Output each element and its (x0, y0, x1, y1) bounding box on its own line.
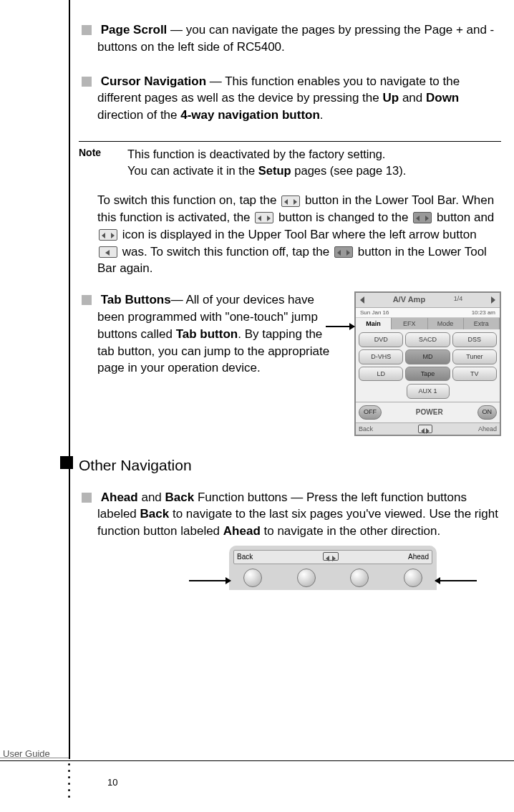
sp-d: button and (437, 211, 494, 224)
round-button-icon (350, 569, 369, 587)
note-block: Note This function is deactivated by the… (79, 141, 501, 179)
device-btn: LD (359, 367, 403, 382)
section-cursor-nav: Cursor Navigation — This function enable… (79, 73, 501, 124)
horizontal-rule (0, 760, 514, 761)
other-nav-heading: Other Navigation (79, 455, 501, 475)
bullet-icon (82, 295, 92, 305)
arrow-pointer-icon (326, 326, 354, 327)
device-time: 10:23 am (472, 309, 495, 316)
device-page: 1/4 (454, 294, 463, 305)
sp-c: button is changed to the (278, 211, 412, 224)
nav-lr-dark-icon (413, 212, 432, 223)
tab-buttons-text: Tab Buttons— All of your devices have be… (79, 291, 341, 377)
device-title: A/V Amp (393, 294, 425, 305)
device-back-label: Back (359, 425, 373, 434)
nav-lr-icon (255, 212, 273, 223)
device-tabs: Main EFX Mode Extra (356, 318, 500, 330)
ahead-label: Ahead (101, 490, 138, 504)
period: . (320, 108, 324, 122)
nav-lr-dark-icon (334, 246, 353, 258)
round-button-icon (243, 569, 262, 587)
note-line1: This function is deactivated by the fact… (127, 148, 385, 160)
device-btn: Tape (405, 367, 450, 382)
page-number: 10 (107, 776, 117, 789)
round-button-icon (404, 569, 422, 587)
switch-paragraph: To switch this function on, tap the butt… (97, 192, 501, 277)
ab-body-c: to navigate in the other direction. (261, 524, 440, 538)
down-label: Down (426, 91, 459, 105)
nav-lr-icon (418, 425, 432, 433)
device-button-grid: DVD SACD DSS D-VHS MD Tuner LD Tape TV (356, 329, 500, 384)
and2: and (138, 490, 165, 504)
vertical-rule (69, 0, 70, 759)
bullet-icon (82, 77, 92, 87)
ahead-label-2: Ahead (223, 524, 261, 538)
short-rule (0, 758, 69, 758)
device-btn: TV (452, 367, 497, 382)
dotted-line (68, 763, 70, 798)
device-btn: DSS (452, 332, 497, 347)
device-date: Sun Jan 16 (360, 309, 389, 316)
round-button-icon (297, 569, 316, 587)
device-aux-btn: AUX 1 (407, 384, 450, 399)
device-btn: SACD (405, 332, 450, 347)
note-line2a: You can activate it in the (127, 164, 258, 177)
sp-f: was. To switch this function off, tap th… (122, 245, 333, 258)
and: and (399, 91, 426, 105)
nav-lr-icon (323, 552, 339, 561)
bottom-device-image: Back Ahead (229, 546, 437, 590)
tab-buttons-title: Tab Buttons (101, 293, 171, 306)
black-bullet-icon (60, 456, 73, 469)
section-page-scroll: Page Scroll — you can navigate the pages… (79, 21, 501, 56)
user-guide-label: User Guide (0, 748, 69, 760)
section-tab-buttons: Tab Buttons— All of your devices have be… (79, 291, 501, 436)
sp-e: icon is displayed in the Upper Tool Bar … (122, 228, 477, 241)
device-tab-main: Main (356, 318, 392, 330)
note-label: Note (79, 146, 115, 179)
bullet-icon (82, 25, 92, 35)
device-tab-mode: Mode (428, 318, 464, 330)
device-tab-efx: EFX (392, 318, 427, 330)
device-power-label: POWER (384, 405, 475, 420)
device-on-btn: ON (477, 405, 498, 420)
nav-cross-icon (99, 229, 117, 241)
bd-ahead: Ahead (408, 552, 429, 562)
back-label: Back (165, 490, 195, 504)
nav-lr-icon (281, 195, 300, 207)
arrow-right-icon (189, 580, 231, 581)
device-btn: Tuner (452, 349, 497, 364)
device-screenshot: A/V Amp 1/4 Sun Jan 16 10:23 am Main EFX… (354, 291, 501, 436)
triangle-left-icon (360, 296, 364, 304)
back-label-2: Back (140, 507, 170, 521)
note-line2b: pages (see page 13). (291, 164, 407, 177)
cursor-nav-body-b: direction of the (97, 108, 180, 122)
sp-a: To switch this function on, tap the (97, 193, 280, 207)
up-label: Up (382, 91, 399, 105)
tab-label: Tab button (176, 327, 238, 341)
device-btn: DVD (359, 332, 403, 347)
device-off-btn: OFF (359, 405, 382, 420)
arrow-left-icon (435, 580, 477, 581)
left-arrow-icon (99, 246, 117, 258)
triangle-right-icon (491, 296, 495, 304)
device-btn: D-VHS (359, 349, 403, 364)
bullet-icon (82, 493, 92, 503)
navbtn-label: 4-way navigation button (180, 108, 320, 122)
device-tab-extra: Extra (464, 318, 500, 330)
device-ahead-label: Ahead (478, 425, 497, 434)
device-btn: MD (405, 349, 450, 364)
other-nav-title: Other Navigation (79, 457, 192, 473)
section-ahead-back: Ahead and Back Function buttons — Press … (79, 489, 501, 590)
bd-back: Back (237, 552, 253, 562)
setup-label: Setup (258, 164, 291, 177)
page-content: Page Scroll — you can navigate the pages… (79, 21, 501, 607)
cursor-nav-title: Cursor Navigation (101, 74, 206, 88)
page-scroll-title: Page Scroll (101, 23, 168, 37)
note-text: This function is deactivated by the fact… (127, 146, 406, 179)
